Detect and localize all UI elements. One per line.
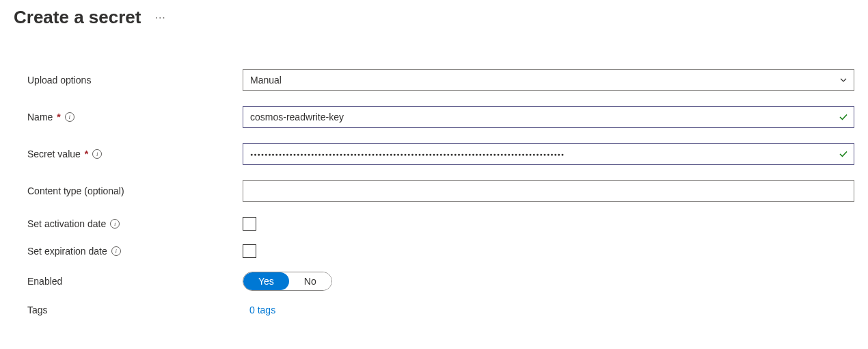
control-upload-options: Manual [243, 69, 854, 91]
label-content-type: Content type (optional) [27, 185, 243, 196]
required-indicator: * [85, 148, 88, 159]
label-set-activation: Set activation date i [27, 218, 243, 229]
control-content-type [243, 180, 854, 202]
row-name: Name * i [27, 106, 854, 128]
label-secret-value: Secret value * i [27, 148, 243, 159]
label-set-expiration-text: Set expiration date [27, 246, 107, 257]
row-tags: Tags 0 tags [27, 305, 854, 315]
upload-options-wrap: Manual [243, 69, 854, 91]
control-secret-value [243, 143, 854, 165]
row-set-activation: Set activation date i [27, 217, 854, 231]
info-icon[interactable]: i [65, 112, 74, 122]
label-name: Name * i [27, 112, 243, 122]
create-secret-form: Upload options Manual Name * i Secret va… [14, 69, 854, 315]
secret-value-input-wrap [243, 143, 854, 165]
control-enabled: Yes No [243, 272, 854, 291]
row-enabled: Enabled Yes No [27, 272, 854, 291]
name-input-wrap [243, 106, 854, 128]
info-icon[interactable]: i [110, 219, 120, 229]
control-set-expiration [243, 244, 854, 258]
label-content-type-text: Content type (optional) [27, 185, 124, 196]
label-tags: Tags [27, 305, 243, 315]
content-type-input[interactable] [243, 180, 854, 202]
page-header: Create a secret ··· [14, 7, 854, 28]
control-set-activation [243, 217, 854, 231]
required-indicator: * [57, 112, 60, 122]
set-expiration-checkbox[interactable] [243, 244, 256, 258]
enabled-yes-button[interactable]: Yes [243, 272, 289, 290]
set-activation-checkbox[interactable] [243, 217, 256, 231]
upload-options-select[interactable]: Manual [243, 69, 854, 91]
label-set-activation-text: Set activation date [27, 218, 106, 229]
enabled-no-button[interactable]: No [289, 272, 331, 290]
label-enabled: Enabled [27, 276, 243, 287]
label-secret-value-text: Secret value [27, 148, 81, 159]
label-set-expiration: Set expiration date i [27, 246, 243, 257]
control-name [243, 106, 854, 128]
row-secret-value: Secret value * i [27, 143, 854, 165]
label-upload-options: Upload options [27, 75, 243, 86]
row-content-type: Content type (optional) [27, 180, 854, 202]
control-tags: 0 tags [243, 305, 854, 315]
enabled-toggle: Yes No [243, 272, 332, 291]
label-upload-options-text: Upload options [27, 75, 91, 86]
info-icon[interactable]: i [92, 149, 102, 159]
more-menu-icon[interactable]: ··· [154, 12, 165, 24]
tags-link[interactable]: 0 tags [243, 305, 275, 315]
page-title: Create a secret [14, 7, 141, 28]
label-enabled-text: Enabled [27, 276, 62, 287]
row-set-expiration: Set expiration date i [27, 244, 854, 258]
name-input[interactable] [243, 106, 854, 128]
label-name-text: Name [27, 112, 53, 122]
label-tags-text: Tags [27, 305, 48, 315]
info-icon[interactable]: i [111, 246, 121, 256]
secret-value-input[interactable] [243, 143, 854, 165]
row-upload-options: Upload options Manual [27, 69, 854, 91]
